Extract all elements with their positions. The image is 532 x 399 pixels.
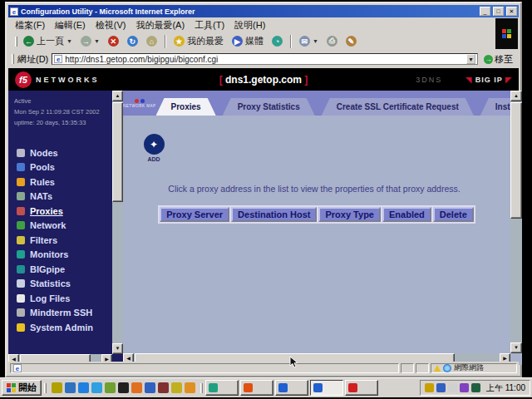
content-vscrollbar[interactable]: ▲ ▼ (510, 91, 522, 353)
column-header[interactable]: Proxy Type (318, 207, 381, 222)
refresh-button[interactable]: ↻ (125, 35, 140, 47)
tray-icon[interactable] (460, 383, 469, 392)
menu-item[interactable]: 說明(H) (234, 19, 265, 32)
taskbar-window-button[interactable] (275, 380, 308, 396)
print-button[interactable]: ⎙ (324, 35, 340, 47)
system-tray: 上午 11:00 (420, 380, 530, 396)
go-button[interactable]: → 移至 (481, 53, 515, 66)
title-bar[interactable]: e Configuration Utility - Microsoft Inte… (8, 5, 519, 17)
menu-item[interactable]: 檢視(V) (96, 19, 126, 32)
url-input[interactable]: e http://dns1.getop.com/bigipgui/bigconf… (52, 53, 478, 65)
column-header[interactable]: Destination Host (231, 207, 317, 222)
scroll-up-icon[interactable]: ▲ (510, 91, 522, 101)
tray-icon[interactable] (471, 383, 480, 392)
back-button[interactable]: ← 上一頁 ▼ (21, 34, 75, 48)
sidebar-item[interactable]: Monitors (17, 249, 93, 260)
sidebar-vscrollbar[interactable]: ▲ ▼ (112, 91, 123, 354)
sidebar-item[interactable]: Nodes (17, 147, 93, 158)
sidebar-item[interactable]: Network (17, 220, 93, 231)
home-icon: ⌂ (146, 36, 157, 47)
taskbar-window-button[interactable] (240, 380, 273, 396)
quicklaunch-icon[interactable] (52, 382, 62, 393)
quicklaunch-icon[interactable] (131, 382, 142, 393)
globe-icon (443, 364, 451, 372)
tray-icon[interactable] (436, 383, 446, 392)
scroll-down-icon[interactable]: ▼ (510, 342, 522, 353)
scroll-thumb[interactable] (510, 102, 522, 219)
maximize-button[interactable]: □ (493, 7, 504, 16)
media-button[interactable]: ▶ 媒體 (229, 34, 266, 48)
scroll-down-icon[interactable]: ▼ (112, 343, 123, 354)
toolbar-grip[interactable] (12, 54, 14, 64)
network-map-button[interactable]: NETWORK MAP (123, 91, 156, 116)
start-button[interactable]: 開始 (2, 380, 42, 396)
tab[interactable]: Proxies (156, 98, 216, 116)
quicklaunch-icon[interactable] (78, 382, 89, 393)
add-proxy-button[interactable]: ✦ ADD (140, 134, 168, 162)
taskbar-window-button[interactable] (345, 380, 378, 396)
taskbar-window-button[interactable] (310, 380, 343, 396)
quicklaunch-icon[interactable] (118, 382, 129, 393)
tray-icon[interactable] (448, 383, 457, 392)
tab[interactable]: Create SSL Certificate Request (322, 98, 474, 116)
column-header[interactable]: Enabled (382, 207, 431, 222)
quicklaunch-icon[interactable] (158, 382, 169, 393)
sidebar-item[interactable]: Log Files (17, 293, 93, 303)
column-header[interactable]: Proxy Server (160, 207, 229, 222)
menu-item[interactable]: 編輯(E) (55, 19, 86, 32)
sidebar-item[interactable]: Mindterm SSH (17, 308, 93, 318)
mail-dropdown-icon[interactable]: ▼ (313, 38, 318, 44)
minimize-button[interactable]: _ (480, 7, 490, 16)
sidebar-item[interactable]: Rules (17, 176, 93, 187)
menu-item[interactable]: 我的最愛(A) (135, 19, 185, 32)
taskbar-grip[interactable] (200, 383, 203, 393)
sidebar-item[interactable]: Pools (17, 162, 93, 173)
quicklaunch-icon[interactable] (65, 382, 76, 393)
scroll-up-icon[interactable]: ▲ (112, 91, 123, 101)
edit-button[interactable]: ✎ (343, 35, 359, 47)
quicklaunch-icon[interactable] (91, 382, 102, 393)
quicklaunch-icon[interactable] (171, 382, 182, 393)
sidebar-item[interactable]: NATs (17, 191, 93, 202)
toolbar-grip[interactable] (15, 37, 17, 47)
menu-item[interactable]: 檔案(F) (15, 19, 45, 32)
sidebar-item[interactable]: Proxies (17, 205, 93, 216)
nodes-icon (17, 149, 25, 157)
stop-button[interactable]: ✕ (106, 35, 121, 47)
sysadmin-icon (17, 323, 25, 332)
tab[interactable]: Proxy Statistics (223, 98, 315, 116)
quicklaunch-icon[interactable] (185, 382, 195, 393)
taskbar-window-button[interactable] (205, 380, 239, 396)
sidebar-item-label: Mindterm SSH (30, 308, 92, 318)
print-icon: ⎙ (327, 36, 337, 47)
sidebar-item[interactable]: BIGpipe (17, 264, 93, 274)
forward-dropdown-icon[interactable]: ▼ (94, 38, 100, 44)
tray-icon[interactable] (425, 383, 434, 392)
sidebar-item-label: NATs (30, 191, 52, 201)
back-dropdown-icon[interactable]: ▼ (66, 38, 72, 44)
url-dropdown-icon[interactable]: ▼ (466, 54, 475, 64)
history-button[interactable]: ◔ (269, 35, 285, 47)
forward-button[interactable]: → ▼ (78, 35, 102, 47)
tab[interactable]: Install SSL Certifi (480, 98, 510, 116)
quicklaunch-icon[interactable] (145, 382, 155, 393)
mail-button[interactable]: ✉ ▼ (297, 35, 321, 47)
menu-item[interactable]: 工具(T) (195, 19, 224, 32)
taskbar-clock: 上午 11:00 (483, 382, 525, 394)
quicklaunch-icon[interactable] (105, 382, 116, 393)
scroll-thumb[interactable] (112, 102, 123, 202)
tab-label: Proxy Statistics (238, 102, 300, 111)
taskbar-grip[interactable] (44, 383, 47, 393)
home-button[interactable]: ⌂ (144, 35, 160, 47)
toolbar-separator (165, 35, 166, 48)
mail-icon: ✉ (299, 36, 310, 47)
dns-label: 3DNS (416, 76, 442, 84)
close-button[interactable]: ✕ (506, 7, 517, 16)
sidebar-item[interactable]: Statistics (17, 278, 93, 289)
column-header[interactable]: Delete (433, 207, 474, 222)
favorites-button[interactable]: ★ 我的最愛 (171, 34, 226, 48)
window-button-icon (278, 383, 288, 392)
statistics-icon (17, 279, 25, 288)
sidebar-item[interactable]: Filters (17, 234, 93, 245)
sidebar-item[interactable]: System Admin (17, 322, 93, 332)
